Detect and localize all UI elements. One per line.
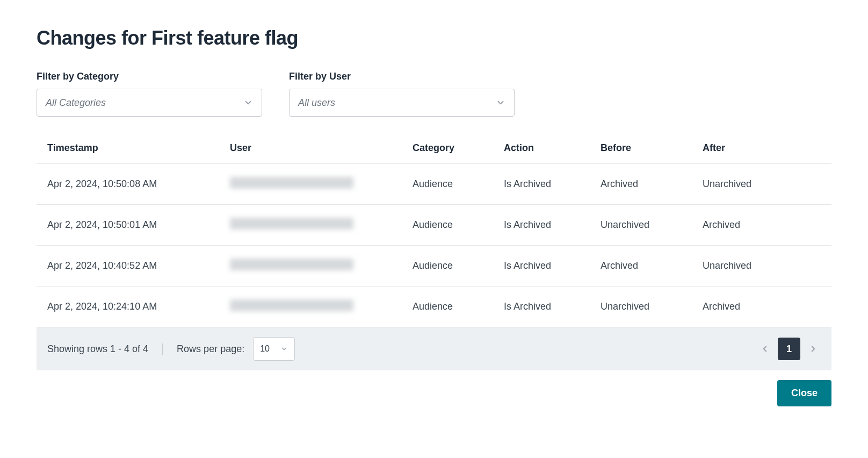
table-row: Apr 2, 2024, 10:40:52 AM Audience Is Arc… — [37, 246, 831, 287]
cell-action: Is Archived — [493, 287, 590, 327]
cell-after: Archived — [692, 205, 831, 246]
redacted-user — [230, 259, 353, 270]
cell-before: Archived — [590, 246, 692, 287]
rows-per-page-value: 10 — [260, 344, 280, 354]
rows-per-page-select[interactable]: 10 — [253, 337, 295, 361]
filter-category-select[interactable]: All Categories — [37, 89, 262, 117]
cell-timestamp: Apr 2, 2024, 10:50:08 AM — [37, 164, 219, 205]
page-title: Changes for First feature flag — [37, 27, 831, 49]
rows-per-page-label: Rows per page: — [177, 344, 244, 355]
col-header-category: Category — [402, 133, 493, 164]
filter-category-value: All Categories — [46, 97, 243, 109]
cell-user — [219, 205, 402, 246]
filter-user-label: Filter by User — [289, 71, 515, 82]
filter-group-user: Filter by User All users — [289, 71, 515, 117]
cell-after: Archived — [692, 287, 831, 327]
filter-user-select[interactable]: All users — [289, 89, 515, 117]
cell-after: Unarchived — [692, 164, 831, 205]
filter-group-category: Filter by Category All Categories — [37, 71, 262, 117]
cell-before: Unarchived — [590, 205, 692, 246]
redacted-user — [230, 218, 353, 230]
chevron-down-icon — [496, 98, 505, 108]
cell-action: Is Archived — [493, 164, 590, 205]
col-header-timestamp: Timestamp — [37, 133, 219, 164]
chevron-down-icon — [243, 98, 253, 108]
cell-user — [219, 287, 402, 327]
pagination-bar: Showing rows 1 - 4 of 4 Rows per page: 1… — [37, 327, 831, 370]
pagination-showing: Showing rows 1 - 4 of 4 — [47, 344, 163, 355]
redacted-user — [230, 177, 353, 189]
table-row: Apr 2, 2024, 10:50:08 AM Audience Is Arc… — [37, 164, 831, 205]
chevron-down-icon — [280, 345, 288, 353]
cell-action: Is Archived — [493, 246, 590, 287]
chevron-right-icon — [808, 344, 818, 354]
cell-after: Unarchived — [692, 246, 831, 287]
pager: 1 — [757, 338, 821, 360]
table-row: Apr 2, 2024, 10:24:10 AM Audience Is Arc… — [37, 287, 831, 327]
table-row: Apr 2, 2024, 10:50:01 AM Audience Is Arc… — [37, 205, 831, 246]
chevron-left-icon — [760, 344, 770, 354]
cell-category: Audience — [402, 164, 493, 205]
cell-before: Unarchived — [590, 287, 692, 327]
table-header-row: Timestamp User Category Action Before Af… — [37, 133, 831, 164]
changes-table: Timestamp User Category Action Before Af… — [37, 133, 831, 327]
cell-user — [219, 246, 402, 287]
filter-category-label: Filter by Category — [37, 71, 262, 82]
filter-bar: Filter by Category All Categories Filter… — [37, 71, 831, 117]
filter-user-value: All users — [298, 97, 496, 109]
cell-category: Audience — [402, 246, 493, 287]
cell-action: Is Archived — [493, 205, 590, 246]
cell-timestamp: Apr 2, 2024, 10:24:10 AM — [37, 287, 219, 327]
pager-next-button[interactable] — [806, 338, 821, 360]
pager-prev-button[interactable] — [757, 338, 772, 360]
col-header-before: Before — [590, 133, 692, 164]
col-header-user: User — [219, 133, 402, 164]
cell-timestamp: Apr 2, 2024, 10:40:52 AM — [37, 246, 219, 287]
cell-category: Audience — [402, 205, 493, 246]
rows-per-page: Rows per page: 10 — [163, 337, 295, 361]
footer-actions: Close — [37, 380, 831, 406]
col-header-action: Action — [493, 133, 590, 164]
cell-user — [219, 164, 402, 205]
pager-current-page[interactable]: 1 — [778, 338, 800, 360]
cell-timestamp: Apr 2, 2024, 10:50:01 AM — [37, 205, 219, 246]
redacted-user — [230, 299, 353, 311]
close-button[interactable]: Close — [777, 380, 831, 406]
cell-before: Archived — [590, 164, 692, 205]
col-header-after: After — [692, 133, 831, 164]
cell-category: Audience — [402, 287, 493, 327]
